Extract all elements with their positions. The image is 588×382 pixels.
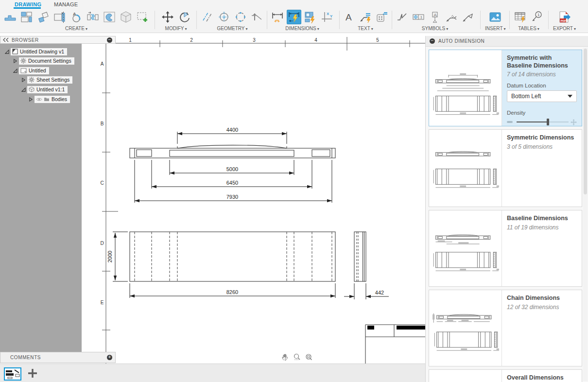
card-thumbnail [429,290,502,366]
tree-item-model-reference[interactable]: Untitled v1:1 [21,86,68,93]
center-mark-icon[interactable] [217,10,231,24]
datum-identifier-icon[interactable]: A [428,10,442,24]
auto-dim-card-baseline[interactable]: Baseline Dimensions 11 of 19 dimensions [429,210,582,287]
auto-dimension-icon[interactable] [287,10,301,24]
text-group-label[interactable]: TEXT▾ [358,26,373,31]
weld-symbol-icon[interactable] [444,10,459,24]
edge-extension-icon[interactable] [250,10,264,24]
title-block[interactable] [365,325,425,364]
card-count: 3 of 5 dimensions [507,143,577,150]
tree-item-sheet[interactable]: Untitled [13,67,49,74]
auto-dim-card-symmetric-baseline[interactable]: Symmetric with Baseline Dimensions 7 of … [429,50,582,126]
front-view-dim-labels[interactable]: 4400 5000 6450 7930 [226,127,238,200]
symbols-group-label[interactable]: SYMBOLS▾ [422,26,448,31]
ordinate-xy-icon[interactable]: XY [320,10,334,24]
centerline-icon[interactable] [200,10,215,24]
leader-text-icon[interactable] [358,10,373,24]
expanded-node-icon[interactable] [5,50,9,54]
modify-group-label[interactable]: MODIFY▾ [165,26,187,31]
surface-finish-icon[interactable] [395,10,409,24]
collapsed-node-icon[interactable] [29,97,33,102]
add-sheet-button[interactable] [26,367,39,380]
breakout-view-icon[interactable] [102,10,117,24]
svg-text:3: 3 [253,37,256,43]
front-view[interactable] [130,145,335,158]
section-view-icon[interactable] [52,10,67,24]
tree-item-bodies[interactable]: Bodies [29,95,70,103]
auto-dim-card-overall[interactable]: Overall Dimensions [429,369,582,382]
svg-text:2000: 2000 [107,251,113,262]
geometry-group-label[interactable]: GEOMETRY▾ [217,26,247,31]
density-slider[interactable] [507,119,577,125]
visibility-eye-icon[interactable] [36,97,42,102]
sheet-tab-bar [0,364,425,382]
plan-view-dim-labels[interactable]: 2000 8260 [107,251,238,295]
datum-location-select[interactable]: Bottom Left [507,90,577,102]
break-view-icon[interactable] [86,10,100,24]
side-view-dim-labels[interactable]: 442 [375,290,384,295]
tree-item-sheet-settings[interactable]: Sheet Settings [21,76,72,84]
rotate-icon[interactable] [177,10,191,24]
insert-group-label[interactable]: INSERT▾ [485,26,506,31]
taper-symbol-icon[interactable] [461,10,475,24]
tables-group-label[interactable]: TABLES▾ [518,26,539,31]
side-view[interactable] [354,232,366,281]
collapsed-node-icon[interactable] [13,59,17,63]
auto-dim-card-chain[interactable]: Chain Dimensions 12 of 32 dimensions [429,290,582,366]
ribbon-group-tables: 1 TABLES▾ [513,10,544,31]
ribbon-separator [339,11,340,29]
panel-scrollbar[interactable] [583,48,588,381]
pan-icon[interactable] [281,353,290,362]
model-cube-icon[interactable] [119,10,133,24]
export-group-label[interactable]: EXPORT▾ [553,26,576,31]
plan-view-dimensions[interactable] [113,232,335,298]
dimensions-group-label[interactable]: DIMENSIONS▾ [285,26,319,31]
comments-panel-header[interactable]: COMMENTS + [0,352,116,363]
auto-dimension-options-icon[interactable]: − [430,38,435,44]
svg-text:PDF: PDF [561,19,567,22]
comments-expand-icon[interactable]: + [107,355,112,360]
drawing-canvas[interactable]: 1 2 3 4 5 A B C D E [82,33,425,364]
drawing-views-icon[interactable] [19,10,34,24]
svg-text:2: 2 [190,37,193,43]
center-mark-pattern-icon[interactable] [233,10,248,24]
feature-control-frame-icon[interactable]: .1 [411,10,426,24]
zoom-icon[interactable] [304,353,313,362]
table-icon[interactable] [513,10,528,24]
text-settings-icon[interactable] [375,10,389,24]
tree-item-drawing-root[interactable]: Untitled Drawing v1 [5,48,67,55]
create-group-label[interactable]: CREATE▾ [65,26,87,31]
new-sketch-icon[interactable] [135,10,150,24]
browser-options-icon[interactable]: − [107,37,112,43]
ribbon-separator [267,11,267,29]
svg-text:E: E [101,300,104,305]
collapsed-node-icon[interactable] [21,78,26,82]
zoom-window-icon[interactable] [293,353,301,362]
plan-view[interactable] [130,232,335,281]
text-icon[interactable]: A [342,10,356,24]
ribbon-group-symbols: .1 A SYMBOLS▾ [395,10,475,31]
canvas-nav-toolbar [281,353,313,362]
ribbon-group-modify: MODIFY▾ [160,10,191,31]
collapse-panel-icon[interactable] [3,37,9,42]
tab-manage[interactable]: MANAGE [54,1,78,7]
dimension-icon[interactable] [270,10,285,24]
tree-item-document-settings[interactable]: Document Settings [13,57,74,65]
slider-track-empty[interactable] [549,122,569,122]
detail-view-icon[interactable]: A [69,10,84,24]
slider-track-filled[interactable] [517,122,547,122]
balloon-icon[interactable]: 1 [530,10,544,24]
move-icon[interactable] [160,10,175,24]
ordinate-dimension-icon[interactable] [303,10,318,24]
expanded-node-icon[interactable] [13,69,17,73]
insert-image-icon[interactable] [488,10,502,24]
sheet-tab-thumbnail[interactable] [4,367,21,381]
export-pdf-icon[interactable]: PDF [557,10,571,24]
ribbon-separator [548,11,549,29]
drawing-doc-icon [12,49,18,54]
expanded-node-icon[interactable] [21,87,26,92]
tab-drawing[interactable]: DRAWING [15,1,41,7]
base-view-icon[interactable] [3,10,17,24]
auto-dim-card-symmetric[interactable]: Symmetric Dimensions 3 of 5 dimensions [429,129,582,207]
projected-view-icon[interactable] [36,10,51,24]
